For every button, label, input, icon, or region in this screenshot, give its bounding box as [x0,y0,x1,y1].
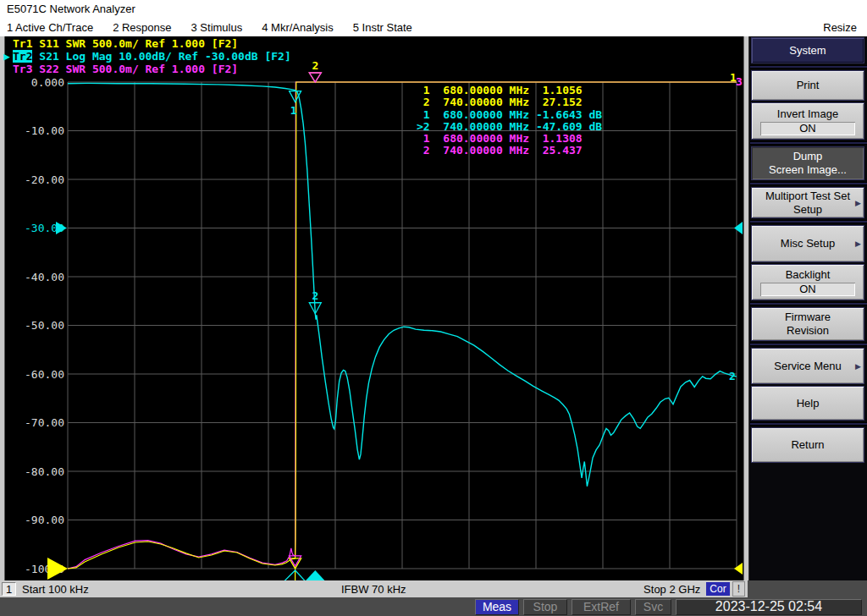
trace-legend: Tr1 S11 SWR 500.0m/ Ref 1.000 [F2]▶Tr2 S… [3,37,291,75]
softkey-return[interactable]: Return [751,427,864,463]
marker-readout-table: 1 680.00000 MHz 1.1056 2 740.00000 MHz 2… [417,85,602,157]
submenu-arrow-icon: ▶ [855,239,861,248]
softkey-misc-setup[interactable]: Misc Setup▶ [751,225,864,262]
ifbw-label: IFBW 70 kHz [341,583,406,596]
softkey-multiport-test-set-setup[interactable]: Multiport Test SetSetup▶ [751,187,864,218]
softkey-group-separator [750,65,867,69]
trace-arrow-slot [3,37,13,50]
y-axis-tick-label: -50.00 [25,319,64,332]
softkey-label: Firmware [785,311,831,324]
correction-badge: Cor [706,582,729,596]
softkey-print[interactable]: Print [751,70,864,101]
statusbar-fill [748,580,867,597]
softkey-group-separator [750,182,867,185]
alert-badge: ! [732,581,745,597]
instrument-status-bar: MeasStopExtRefSvc2023-12-25 02:54 [0,597,867,616]
marker-readout-row: 2 740.00000 MHz 27.152 [417,96,602,108]
softkey-backlight[interactable]: BacklightON [751,264,864,300]
softkey-label: Setup [793,203,822,217]
trace-name: Tr2 [13,50,32,63]
menu-item-5[interactable]: 5 Instr State [353,21,412,34]
trace-legend-row-tr1[interactable]: Tr1 S11 SWR 500.0m/ Ref 1.000 [F2] [3,37,291,50]
app-window: E5071C Network Analyzer 1 Active Ch/Trac… [0,0,867,616]
softkey-label: Dump [793,150,823,163]
softkey-invert-image[interactable]: Invert ImageON [751,102,864,140]
menu-item-resize[interactable]: Resize [823,19,857,36]
softkey-group-separator [750,220,867,223]
softkey-group-separator [750,343,867,346]
trace-legend-row-tr3[interactable]: Tr3 S22 SWR 500.0m/ Ref 1.000 [F2] [3,63,291,75]
trace-name: Tr1 [13,37,32,50]
y-axis-tick-label: -90.00 [25,514,64,526]
sweep-stop-group: Stop 2 GHz Cor ! [643,581,748,597]
submenu-arrow-icon: ▶ [855,198,861,206]
channel-status-bar: 1 Start 100 kHz IFBW 70 kHz Stop 2 GHz C… [0,580,748,597]
softkey-label: Backlight [786,268,831,282]
marker-2-label-tr2: 2 [312,289,318,302]
trace-end-label-tr2: 2 [729,370,736,382]
active-trace-arrow-icon: ▶ [3,50,13,63]
marker-2-label-tr1: 2 [312,59,318,72]
trace-end-label-tr1: 1 [730,71,737,84]
plot-area: 0.000-10.00-20.00-30.00-40.00-50.00-60.0… [0,36,748,580]
marker-readout-row: 1 680.00000 MHz -1.6643 dB [417,109,602,121]
softkey-label: Screen Image... [769,163,847,177]
trace-format: S11 SWR 500.0m/ Ref 1.000 [F2] [32,37,238,50]
softkey-group-separator [750,141,867,145]
y-axis-tick-label: -60.00 [25,368,64,381]
softkey-label: Invert Image [777,107,838,121]
trace-name: Tr3 [13,63,32,75]
softkey-toggle-state: ON [760,283,855,296]
softkey-label: System [789,44,826,58]
menu-items: 1 Active Ch/Trace2 Response3 Stimulus4 M… [7,19,432,36]
softkey-help[interactable]: Help [751,386,864,421]
softkey-group-separator [750,422,867,426]
trace-end-label-tr3: 3 [736,75,743,88]
softkey-system[interactable]: System [751,37,864,63]
y-axis-tick-label: -70.00 [25,416,64,429]
menu-item-1[interactable]: 1 Active Ch/Trace [7,21,93,34]
marker-readout-row: 2 740.00000 MHz 25.437 [417,145,602,157]
softkey-label: Print [797,79,820,92]
marker-2-stimulus-indicator[interactable] [304,570,326,580]
y-axis-tick-label: -80.00 [25,465,64,478]
marker-2-glyph-tr1[interactable] [309,73,321,82]
marker-readout-row: 1 680.00000 MHz 1.1056 [417,85,602,96]
softkey-toggle-state: ON [760,122,855,135]
softkey-label: Service Menu [774,360,841,373]
y-axis-tick-label: -40.00 [25,271,64,283]
submenu-arrow-icon: ▶ [855,361,861,370]
marker-readout-row: >2 740.00000 MHz -47.609 dB [417,121,602,133]
status-segment-meas: Meas [475,599,519,615]
trace-arrow-slot [3,63,13,75]
softkey-label: Misc Setup [781,237,835,250]
status-segment-2023-12-25-02-54: 2023-12-25 02:54 [676,599,862,615]
trace-format: S21 Log Mag 10.00dB/ Ref -30.00dB [F2] [32,50,290,63]
ref-level-arrow-right-tr1 [734,563,743,575]
softkey-service-menu[interactable]: Service Menu▶ [751,348,864,384]
menu-item-4[interactable]: 4 Mkr/Analysis [262,21,334,34]
softkey-firmware-revision[interactable]: FirmwareRevision [751,307,864,341]
y-axis-tick-label: 0.000 [31,76,64,89]
menu-item-2[interactable]: 2 Response [113,21,171,34]
softkey-label: Help [797,397,820,410]
window-title: E5071C Network Analyzer [7,3,135,15]
menu-item-3[interactable]: 3 Stimulus [191,21,243,34]
softkey-dump-screen-image[interactable]: DumpScreen Image... [751,146,864,180]
sweep-start-label: Start 100 kHz [22,583,89,596]
ref-level-arrow-right-tr2 [734,222,743,234]
trace-format: S22 SWR 500.0m/ Ref 1.000 [F2] [32,63,238,75]
status-segment-stop: Stop [523,599,567,615]
trace-legend-row-tr2[interactable]: ▶Tr2 S21 Log Mag 10.00dB/ Ref -30.00dB [… [3,50,291,63]
marker-readout-row: 1 680.00000 MHz 1.1308 [417,133,602,145]
ref-level-arrow-left-tr1 [47,558,68,580]
marker-2-glyph-tr3[interactable] [309,73,321,82]
title-bar: E5071C Network Analyzer [0,0,867,19]
softkey-menu: SystemPrintInvert ImageONDumpScreen Imag… [749,36,867,580]
y-axis-tick-label: -10.00 [25,124,64,137]
analyzer-screen: 0.000-10.00-20.00-30.00-40.00-50.00-60.0… [0,36,867,580]
channel-number-box: 1 [2,582,16,596]
marker-1-label-tr2: 1 [290,104,297,117]
status-segment-svc: Svc [635,599,671,615]
softkey-group-separator [750,302,867,305]
